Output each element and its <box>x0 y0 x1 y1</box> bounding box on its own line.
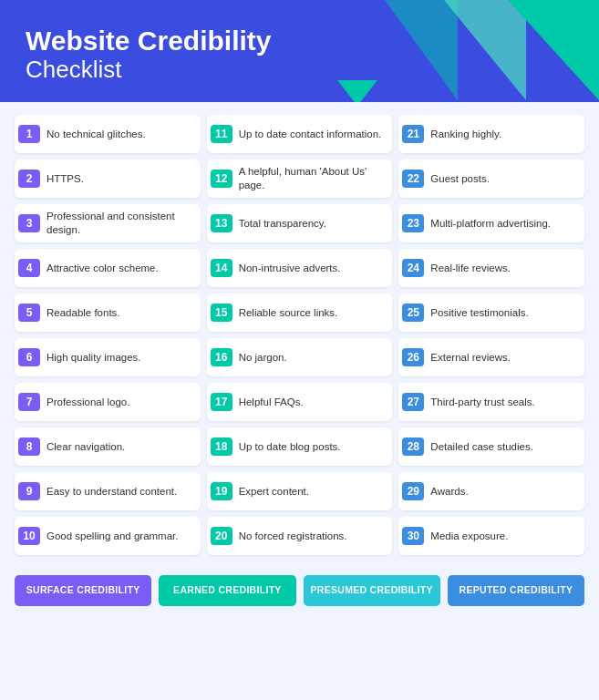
item-number: 15 <box>211 304 232 322</box>
header: Website Credibility Checklist <box>0 0 599 102</box>
list-item: 5Readable fonts. <box>15 293 201 332</box>
credibility-badge[interactable]: EARNED CREDIBILITY <box>159 575 295 606</box>
item-number: 26 <box>402 348 424 366</box>
list-item: 8Clear navigation. <box>15 427 201 466</box>
item-number: 13 <box>211 214 232 232</box>
item-number: 5 <box>18 304 40 322</box>
list-item: 22Guest posts. <box>398 160 584 198</box>
item-text: Easy to understand content. <box>46 485 177 499</box>
list-item: 17Helpful FAQs. <box>207 383 393 421</box>
item-number: 23 <box>402 214 424 232</box>
item-number: 14 <box>211 259 232 277</box>
item-text: Readable fonts. <box>46 306 120 320</box>
arrow-down-green <box>337 80 377 102</box>
list-item: 16No jargon. <box>207 338 393 376</box>
item-text: Helpful FAQs. <box>239 396 304 409</box>
list-item: 15Reliable source links. <box>207 293 393 332</box>
item-text: No technical glitches. <box>46 128 146 141</box>
item-text: Multi-platform advertising. <box>430 217 551 231</box>
credibility-badge[interactable]: PRESUMED CREDIBILITY <box>304 575 440 606</box>
item-text: No forced registrations. <box>239 530 347 543</box>
list-item: 11Up to date contact information. <box>207 115 393 153</box>
checklist-grid: 1No technical glitches.11Up to date cont… <box>15 115 584 555</box>
page-wrapper: Website Credibility Checklist 1No techni… <box>0 0 599 700</box>
item-text: No jargon. <box>239 351 287 365</box>
list-item: 21Ranking highly. <box>398 115 584 153</box>
item-text: Total transparency. <box>239 217 326 231</box>
list-item: 25Positive testimonials. <box>398 293 584 332</box>
item-number: 9 <box>18 482 40 500</box>
item-text: Non-intrusive adverts. <box>239 262 341 275</box>
item-text: Professional and consistent design. <box>46 210 193 237</box>
item-text: High quality images. <box>46 351 141 365</box>
list-item: 26External reviews. <box>398 338 584 376</box>
list-item: 28Detailed case studies. <box>398 427 584 466</box>
item-number: 8 <box>18 438 40 456</box>
list-item: 10Good spelling and grammar. <box>15 517 201 555</box>
list-item: 13Total transparency. <box>207 204 393 242</box>
list-item: 23Multi-platform advertising. <box>398 204 584 242</box>
item-number: 28 <box>402 438 424 456</box>
item-number: 1 <box>18 125 40 143</box>
item-number: 2 <box>18 170 40 188</box>
arrow-down-blue <box>150 80 191 102</box>
item-number: 19 <box>211 482 232 500</box>
item-text: Attractive color scheme. <box>46 262 159 275</box>
item-text: Third-party trust seals. <box>430 396 534 409</box>
item-text: Professional logo. <box>46 396 129 409</box>
list-item: 2HTTPS. <box>15 160 201 198</box>
item-number: 21 <box>402 125 424 143</box>
list-item: 18Up to date blog posts. <box>207 427 393 466</box>
item-number: 24 <box>402 259 424 277</box>
item-number: 30 <box>402 527 424 545</box>
item-number: 27 <box>402 393 424 411</box>
checklist-content: 1No technical glitches.11Up to date cont… <box>0 102 599 564</box>
list-item: 6High quality images. <box>15 338 201 376</box>
item-text: External reviews. <box>430 351 511 365</box>
item-text: HTTPS. <box>46 172 84 186</box>
item-text: Good spelling and grammar. <box>46 530 178 543</box>
item-text: Positive testimonials. <box>430 306 528 320</box>
item-text: Guest posts. <box>430 172 490 186</box>
item-text: Detailed case studies. <box>430 440 533 454</box>
list-item: 20No forced registrations. <box>207 517 393 555</box>
item-text: Expert content. <box>239 485 309 499</box>
list-item: 24Real-life reviews. <box>398 249 584 287</box>
item-text: Ranking highly. <box>430 128 501 141</box>
list-item: 9Easy to understand content. <box>15 472 201 510</box>
item-number: 4 <box>18 259 40 277</box>
list-item: 3Professional and consistent design. <box>15 204 201 242</box>
list-item: 19Expert content. <box>207 472 393 510</box>
item-number: 11 <box>211 125 232 143</box>
header-subtitle: Checklist <box>26 56 573 84</box>
item-text: Up to date blog posts. <box>239 440 341 454</box>
item-number: 10 <box>18 527 40 545</box>
item-number: 20 <box>211 527 232 545</box>
credibility-badge[interactable]: REPUTED CREDIBILITY <box>448 575 584 606</box>
item-number: 22 <box>402 170 424 188</box>
item-number: 17 <box>211 393 232 411</box>
item-text: Awards. <box>430 485 468 499</box>
list-item: 30Media exposure. <box>398 517 584 555</box>
item-number: 7 <box>18 393 40 411</box>
item-number: 3 <box>18 214 40 232</box>
list-item: 14Non-intrusive adverts. <box>207 249 393 287</box>
item-text: Up to date contact information. <box>239 128 382 141</box>
item-text: A helpful, human 'About Us' page. <box>239 165 386 192</box>
list-item: 4Attractive color scheme. <box>15 249 201 287</box>
item-text: Reliable source links. <box>239 306 338 320</box>
list-item: 12A helpful, human 'About Us' page. <box>207 160 393 198</box>
item-number: 12 <box>211 170 232 188</box>
item-number: 16 <box>211 348 232 366</box>
footer-badges: SURFACE CREDIBILITYEARNED CREDIBILITYPRE… <box>0 564 599 621</box>
item-number: 29 <box>402 482 424 500</box>
header-title: Website Credibility <box>26 26 573 56</box>
list-item: 29Awards. <box>398 472 584 510</box>
list-item: 1No technical glitches. <box>15 115 201 153</box>
item-text: Media exposure. <box>430 530 508 543</box>
item-number: 18 <box>211 438 232 456</box>
credibility-badge[interactable]: SURFACE CREDIBILITY <box>15 575 151 606</box>
list-item: 7Professional logo. <box>15 383 201 421</box>
item-number: 6 <box>18 348 40 366</box>
item-number: 25 <box>402 304 424 322</box>
